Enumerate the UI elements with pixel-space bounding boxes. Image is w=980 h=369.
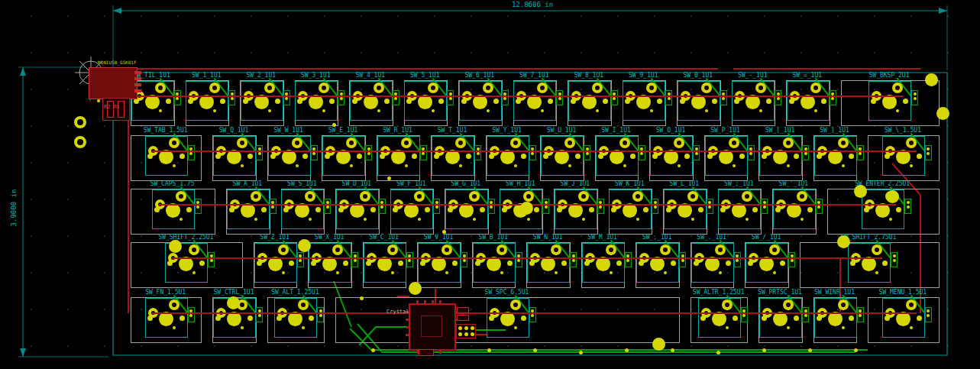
switch-via <box>623 164 626 167</box>
key-SW_M_1U1[interactable]: SW_M_1U1 <box>575 234 630 292</box>
usb-pad <box>134 89 141 92</box>
key-SW_W_1U1[interactable]: SW_W_1U1 <box>261 127 316 185</box>
switch-stab-pad <box>357 154 362 159</box>
key-SW_3_1U1[interactable]: SW_3_1U1 <box>289 72 344 130</box>
key-SW_G_1U1[interactable]: SW_G_1U1 <box>438 180 493 238</box>
key-SW_B_1U1[interactable]: SW_B_1U1 <box>466 234 521 292</box>
switch-footprint <box>152 189 195 229</box>
switch-pin-pad <box>906 299 917 310</box>
key-SW_SHIFT_2.25U1[interactable]: SW_SHIFT_2.25U1 <box>125 234 247 292</box>
switch-footprint <box>868 81 911 121</box>
diode-footprint <box>891 252 898 267</box>
key-SW_[_1U1[interactable]: SW_[_1U1 <box>752 127 807 185</box>
key-SW_TAB_1.5U1[interactable]: SW_TAB_1.5U1 <box>125 127 206 185</box>
switch-stab-pad <box>215 154 221 159</box>
mcu-footprint[interactable] <box>409 303 456 351</box>
switch-via <box>405 164 408 167</box>
key-SW_ALT_1.25U1[interactable]: SW_ALT_1.25U1 <box>261 289 329 347</box>
key-SW_PRTSC_1U1[interactable]: SW_PRTSC_1U1 <box>752 289 807 347</box>
switch-footprint <box>295 81 338 121</box>
key-SW_D_1U1[interactable]: SW_D_1U1 <box>329 180 384 238</box>
key-SW_\_1.5U1[interactable]: SW_\_1.5U1 <box>862 127 943 185</box>
diode-footprint <box>208 252 215 267</box>
key-SW_O_1U1[interactable]: SW_O_1U1 <box>643 127 698 185</box>
switch-stab-pad <box>167 261 173 266</box>
switch-stab-pad <box>366 261 371 266</box>
key-SW_J_1U1[interactable]: SW_J_1U1 <box>548 180 603 238</box>
key-SW_/_1U1[interactable]: SW_/_1U1 <box>739 234 794 292</box>
key-SW_ALTR_1.25U1[interactable]: SW_ALTR_1.25U1 <box>684 289 752 347</box>
switch-footprint <box>568 81 611 121</box>
key-SW_MENU_1.5U1[interactable]: SW_MENU_1.5U1 <box>862 289 943 347</box>
key-SW_N_1U1[interactable]: SW_N_1U1 <box>520 234 575 292</box>
switch-stab-pad <box>247 316 253 321</box>
key-SW_FN_1.5U1[interactable]: SW_FN_1.5U1 <box>125 289 206 347</box>
switch-footprint <box>131 81 174 121</box>
key-SW_P_1U1[interactable]: SW_P_1U1 <box>698 127 753 185</box>
key-SW_R_1U1[interactable]: SW_R_1U1 <box>370 127 425 185</box>
key-SW_]_1U1[interactable]: SW_]_1U1 <box>807 127 862 185</box>
pcb-editor-canvas[interactable]: 12.8606 in 3.9000 in <box>0 0 980 369</box>
switch-pin-pad <box>441 244 452 255</box>
key-SW_4_1U1[interactable]: SW_4_1U1 <box>343 72 398 130</box>
switch-stab-pad <box>720 207 726 212</box>
key-SW_6_1U1[interactable]: SW_6_1U1 <box>452 72 507 130</box>
key-SW_L_1U1[interactable]: SW_L_1U1 <box>657 180 712 238</box>
key-SW_SPC_6.5U1[interactable]: SW_SPC_6.5U1 <box>329 289 684 347</box>
switch-stab-pad <box>261 207 267 212</box>
key-SW_SHIFT_2.75U1[interactable]: SW_SHIFT_2.75U1 <box>794 234 944 292</box>
switch-footprint <box>718 189 761 229</box>
usb-connector-footprint[interactable] <box>89 67 137 99</box>
switch-pin-pad <box>715 244 726 255</box>
key-SW_I_1U1[interactable]: SW_I_1U1 <box>589 127 644 185</box>
switch-stab-pad <box>502 207 507 212</box>
switch-via <box>705 109 708 112</box>
switch-via <box>664 271 667 274</box>
switch-pin-pad <box>169 299 180 310</box>
key-SW_E_1U1[interactable]: SW_E_1U1 <box>315 127 370 185</box>
switch-via <box>773 271 776 274</box>
key-SW_7_1U1[interactable]: SW_7_1U1 <box>507 72 562 130</box>
key-SW_0_1U1[interactable]: SW_0_1U1 <box>671 72 726 130</box>
key-SW_._1U1[interactable]: SW_._1U1 <box>684 234 739 292</box>
usb-mount-pad <box>97 99 100 102</box>
switch-via <box>241 164 244 167</box>
through-hole-pad <box>74 116 86 128</box>
key-SW_Z_1U1[interactable]: SW_Z_1U1 <box>247 234 302 292</box>
key-SW_WINR_1U1[interactable]: SW_WINR_1U1 <box>807 289 862 347</box>
key-SW_8_1U1[interactable]: SW_8_1U1 <box>561 72 616 130</box>
key-SW_Q_1U1[interactable]: SW_Q_1U1 <box>206 127 261 185</box>
key-SW_ENTER_2.25U1[interactable]: SW_ENTER_2.25U1 <box>821 180 944 238</box>
switch-footprint <box>759 298 802 338</box>
switch-stab-pad <box>275 99 280 104</box>
switch-label: SW_V_1U1 <box>411 234 466 241</box>
pin-header-footprint[interactable] <box>456 324 476 338</box>
switch-stab-pad <box>425 207 430 212</box>
switch-stab-pad <box>521 154 526 159</box>
key-SW_1_1U1[interactable]: SW_1_1U1 <box>180 72 234 130</box>
key-SW_T_1U1[interactable]: SW_T_1U1 <box>425 127 480 185</box>
key-SW_S_1U1[interactable]: SW_S_1U1 <box>275 180 330 238</box>
key-SW_9_1U1[interactable]: SW_9_1U1 <box>616 72 671 130</box>
key-SW_2_1U1[interactable]: SW_2_1U1 <box>234 72 289 130</box>
key-SW_-_1U1[interactable]: SW_-_1U1 <box>726 72 781 130</box>
key-SW_CAPS_1.75[interactable]: SW_CAPS_1.75 <box>125 180 220 238</box>
switch-footprint <box>746 243 788 283</box>
key-SW_C_1U1[interactable]: SW_C_1U1 <box>357 234 412 292</box>
key-SW_5_1U1[interactable]: SW_5_1U1 <box>398 72 453 130</box>
key-SW_Y_1U1[interactable]: SW_Y_1U1 <box>480 127 535 185</box>
key-SW_;_1U1[interactable]: SW_;_1U1 <box>712 180 767 238</box>
switch-pin-pad <box>428 83 438 93</box>
key-SW_'_1U1[interactable]: SW_'_1U1 <box>766 180 821 238</box>
mounting-hole <box>886 190 899 203</box>
switch-stab-pad <box>639 261 644 266</box>
key-SW_K_1U1[interactable]: SW_K_1U1 <box>603 180 658 238</box>
switch-pin-pad <box>374 83 384 93</box>
key-SW_,_1U1[interactable]: SW_,_1U1 <box>629 234 684 292</box>
key-SW_U_1U1[interactable]: SW_U_1U1 <box>534 127 589 185</box>
key-SW_A_1U1[interactable]: SW_A_1U1 <box>220 180 275 238</box>
key-SW_F_1U1[interactable]: SW_F_1U1 <box>384 180 439 238</box>
key-SW_=_1U1[interactable]: SW_=_1U1 <box>780 72 835 130</box>
switch-footprint <box>241 81 283 121</box>
via <box>579 351 583 354</box>
